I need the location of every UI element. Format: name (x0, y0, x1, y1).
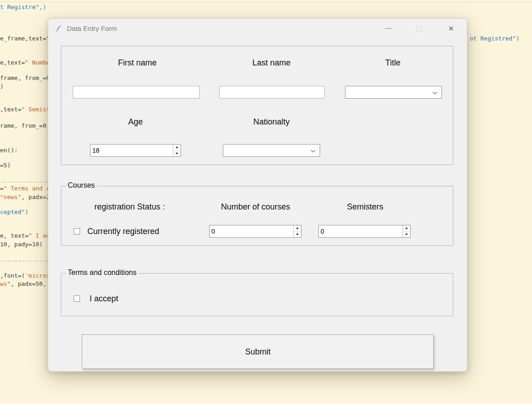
close-icon: ✕ (448, 25, 454, 33)
last-name-label: Last name (217, 58, 326, 68)
submit-button[interactable]: Submit (82, 334, 434, 369)
code-line: =5) (0, 162, 10, 169)
first-name-input[interactable] (73, 86, 200, 99)
semesters-spin-up-button[interactable] (403, 225, 410, 232)
currently-registered-checkbox[interactable] (74, 228, 80, 234)
arrow-up-icon (176, 146, 178, 148)
close-button[interactable]: ✕ (444, 22, 458, 35)
arrow-up-icon (296, 227, 299, 229)
code-line: =" Terms and co (0, 185, 53, 192)
code-line: e,text=" Number (0, 59, 53, 66)
code-line: t Registre",) (0, 4, 46, 10)
title-label: Title (338, 58, 447, 68)
code-line: ) (0, 83, 4, 90)
number-of-courses-input[interactable] (210, 225, 293, 237)
age-spinbox-input[interactable] (90, 145, 172, 156)
first-name-label: First name (83, 58, 192, 68)
age-spin-up-button[interactable] (173, 145, 181, 151)
python-feather-icon (55, 25, 63, 32)
semesters-spin-down-button[interactable] (403, 232, 410, 238)
nationality-label: Nationalty (217, 117, 326, 127)
page-background: t Registre",)e_frame,text="e,text=" Numb… (0, 0, 532, 404)
accept-checkbox[interactable] (74, 295, 80, 302)
currently-registered-label: Currently registered (87, 227, 159, 236)
code-line: e_frame,text=" (0, 35, 50, 42)
minimize-button[interactable]: — (381, 22, 395, 35)
code-line: rame, from_=0, (0, 122, 50, 129)
maximize-icon (417, 26, 422, 31)
semesters-label: Semisters (311, 202, 420, 212)
arrow-down-icon (176, 153, 178, 155)
age-label: Age (81, 117, 190, 127)
terms-frame: Terms and conditions I accept (61, 273, 453, 316)
semesters-spinbox (318, 225, 411, 238)
code-line: "news", padx=2 (0, 194, 50, 200)
title-combobox[interactable] (345, 86, 442, 99)
age-spinbox-buttons (173, 145, 181, 156)
editor-code-right: ot Registred") (470, 0, 532, 404)
nationality-combobox[interactable] (223, 144, 320, 157)
editor-top-divider (0, 2, 532, 2)
chevron-down-icon (311, 148, 316, 153)
arrow-up-icon (405, 227, 408, 229)
number-of-courses-spinbox (209, 225, 301, 238)
number-of-courses-label: Number of courses (201, 202, 310, 212)
courses-spin-down-button[interactable] (294, 232, 301, 238)
courses-spinbox-buttons (293, 225, 301, 237)
registration-status-label: registration Status : (75, 202, 184, 212)
courses-legend: Courses (66, 181, 97, 190)
data-entry-form-window: Data Entry Form — ✕ First name Last name… (48, 18, 467, 372)
age-spin-down-button[interactable] (173, 151, 181, 157)
arrow-down-icon (405, 234, 408, 235)
code-line: ot Registred") (470, 35, 520, 42)
code-line: ,font=('microso (0, 272, 53, 279)
code-line: frame, from_=0, (0, 75, 53, 81)
code-line: ws", padx=50, p (0, 280, 53, 287)
code-line: cepted") (0, 209, 29, 215)
code-line: e, text=" I acc (0, 232, 53, 239)
age-spinbox (90, 144, 181, 157)
minimize-icon: — (385, 24, 391, 31)
window-titlebar[interactable]: Data Entry Form — ✕ (48, 19, 467, 39)
arrow-down-icon (296, 234, 299, 235)
maximize-button[interactable] (412, 22, 426, 35)
terms-legend: Terms and conditions (66, 269, 138, 277)
code-line: en(): (0, 147, 18, 154)
personal-info-frame: First name Last name Title Age Nationalt… (61, 46, 453, 165)
courses-spin-up-button[interactable] (294, 225, 301, 232)
last-name-input[interactable] (219, 86, 325, 99)
courses-frame: Courses registration Status : Number of … (61, 186, 453, 246)
code-line: ,text=" Semiste (0, 106, 53, 113)
code-line: 10, pady=10) (0, 241, 43, 248)
code-line: --------------- (0, 178, 53, 185)
accept-label: I accept (90, 294, 118, 304)
window-title: Data Entry Form (67, 25, 117, 32)
semesters-spinbox-buttons (402, 225, 410, 237)
semesters-input[interactable] (319, 225, 402, 237)
chevron-down-icon (433, 90, 437, 95)
